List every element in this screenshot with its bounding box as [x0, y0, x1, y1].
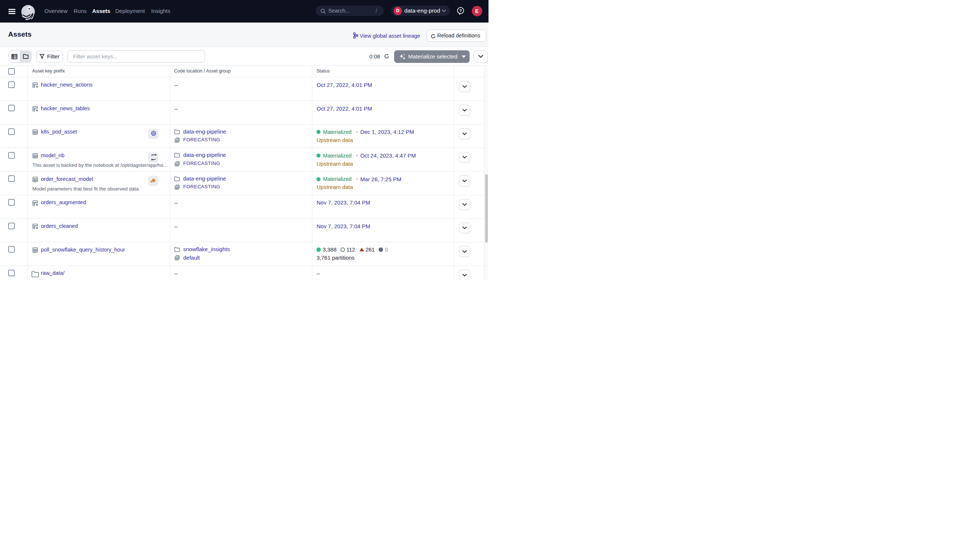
svg-text:?: ?: [459, 8, 461, 13]
